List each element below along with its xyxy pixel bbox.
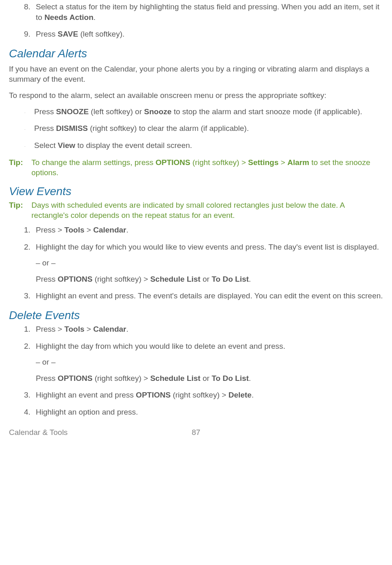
- step-1: Press > Tools > Calendar.: [33, 225, 383, 235]
- text: .: [249, 275, 251, 283]
- text: .: [252, 391, 254, 399]
- step-2: Highlight the day for which you would li…: [33, 242, 383, 285]
- bold-text: Calendar: [93, 226, 126, 234]
- bold-text: To Do List: [211, 275, 248, 283]
- list-item: Press DISMISS (right softkey) to clear t…: [34, 123, 383, 134]
- bold-text: OPTIONS: [156, 158, 191, 167]
- bold-text: SAVE: [58, 30, 78, 38]
- text: .: [94, 13, 96, 22]
- footer-section: Calendar & Tools: [9, 428, 68, 437]
- text-line: Press OPTIONS (right softkey) > Schedule…: [36, 274, 383, 285]
- heading-calendar-alerts: Calendar Alerts: [9, 46, 383, 61]
- bold-text: Alarm: [287, 158, 309, 167]
- step-8: Select a status for the item by highligh…: [33, 2, 383, 22]
- bold-text: Tools: [64, 325, 84, 333]
- bold-text: OPTIONS: [58, 374, 93, 382]
- text: Highlight the day for which you would li…: [36, 242, 383, 252]
- text: >: [85, 325, 94, 333]
- bold-text: DISMISS: [56, 124, 88, 133]
- text: (right softkey) >: [171, 391, 229, 399]
- bold-text: Snooze: [144, 107, 172, 116]
- paragraph: If you have an event on the Calendar, yo…: [9, 64, 383, 85]
- bold-text: Schedule List: [150, 374, 200, 382]
- bold-text: OPTIONS: [136, 391, 171, 399]
- bold-text: Tools: [64, 226, 84, 234]
- text: >: [85, 226, 94, 234]
- bold-text: View: [58, 141, 75, 150]
- text: (right softkey) >: [190, 158, 248, 167]
- bold-text: Schedule List: [150, 275, 200, 283]
- text: Highlight an event and press: [36, 391, 136, 399]
- bullet-list: Press SNOOZE (left softkey) or Snooze to…: [9, 106, 383, 151]
- list-item: Select View to display the event detail …: [34, 140, 383, 151]
- text: (left softkey) or: [89, 107, 144, 116]
- or-separator: – or –: [36, 258, 383, 268]
- text: Press: [36, 30, 58, 38]
- or-separator: – or –: [36, 357, 383, 367]
- tip-body: Days with scheduled events are indicated…: [31, 200, 377, 221]
- step-2: Highlight the day from which you would l…: [33, 341, 383, 384]
- text: Press: [34, 107, 56, 116]
- text: .: [126, 226, 128, 234]
- text: (right softkey) >: [92, 275, 150, 283]
- tip-body: To change the alarm settings, press OPTI…: [31, 157, 377, 178]
- text: .: [126, 325, 128, 333]
- bold-text: Needs Action: [44, 13, 94, 22]
- text-line: Press OPTIONS (right softkey) > Schedule…: [36, 373, 383, 384]
- text: Press >: [36, 226, 64, 234]
- heading-delete-events: Delete Events: [9, 308, 383, 323]
- text: .: [249, 374, 251, 382]
- bold-text: SNOOZE: [56, 107, 89, 116]
- bold-text: Calendar: [93, 325, 126, 333]
- text: (right softkey) >: [92, 374, 150, 382]
- step-4: Highlight an option and press.: [33, 407, 383, 417]
- text: Highlight the day from which you would l…: [36, 341, 383, 352]
- bold-text: To Do List: [211, 374, 248, 382]
- tip-block: Tip: Days with scheduled events are indi…: [9, 200, 383, 221]
- text: Press: [36, 275, 58, 283]
- step-3: Highlight an event and press. The event'…: [33, 291, 383, 301]
- step-1: Press > Tools > Calendar.: [33, 324, 383, 335]
- bold-text: OPTIONS: [58, 275, 93, 283]
- step-3: Highlight an event and press OPTIONS (ri…: [33, 390, 383, 400]
- list-item: Press SNOOZE (left softkey) or Snooze to…: [34, 106, 383, 117]
- text: (right softkey) to clear the alarm (if a…: [88, 124, 249, 133]
- text: Press >: [36, 325, 64, 333]
- text: Select: [34, 141, 58, 150]
- paragraph: To respond to the alarm, select an avail…: [9, 90, 383, 101]
- text: to display the event detail screen.: [75, 141, 192, 150]
- text: or: [200, 374, 211, 382]
- step-9: Press SAVE (left softkey).: [33, 29, 383, 39]
- text: (left softkey).: [78, 30, 124, 38]
- text: Press: [34, 124, 56, 133]
- text: to stop the alarm and start snooze mode …: [172, 107, 362, 116]
- heading-view-events: View Events: [9, 184, 383, 199]
- page-footer: Calendar & Tools 87: [9, 427, 383, 438]
- text: To change the alarm settings, press: [31, 158, 155, 167]
- page-number: 87: [192, 427, 200, 438]
- delete-events-steps: Press > Tools > Calendar. Highlight the …: [9, 324, 383, 417]
- view-events-steps: Press > Tools > Calendar. Highlight the …: [9, 225, 383, 301]
- bold-text: Delete: [229, 391, 252, 399]
- top-ordered-list: Select a status for the item by highligh…: [9, 2, 383, 39]
- text: Press: [36, 374, 58, 382]
- tip-block: Tip: To change the alarm settings, press…: [9, 157, 383, 178]
- text: or: [200, 275, 211, 283]
- tip-label: Tip:: [9, 157, 29, 168]
- tip-label: Tip:: [9, 200, 29, 211]
- text: >: [279, 158, 287, 167]
- bold-text: Settings: [248, 158, 279, 167]
